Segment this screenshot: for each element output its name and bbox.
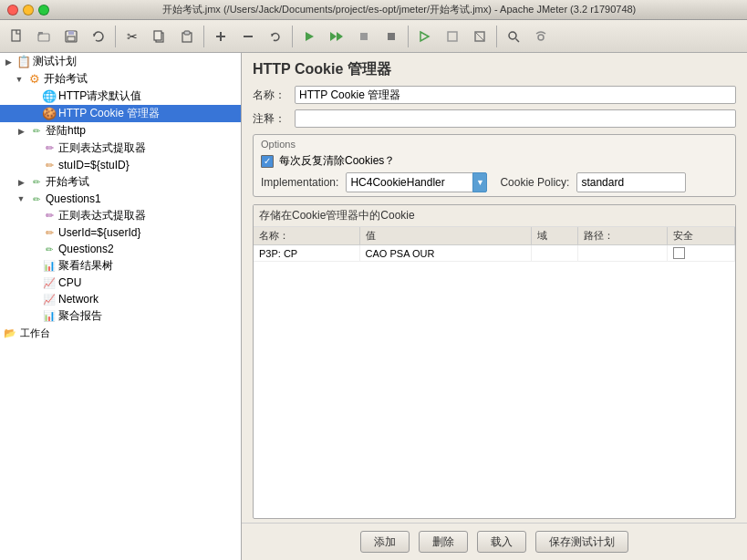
questions1-icon: ✏ (29, 192, 44, 206)
sidebar-item-defaults[interactable]: 🌐 HTTP请求默认值 (0, 88, 241, 105)
maximize-button[interactable] (38, 5, 49, 16)
exam-icon: ✏ (29, 175, 44, 190)
add-node-button[interactable] (208, 24, 233, 49)
svg-rect-18 (360, 33, 368, 40)
threadgroup-label: 开始考试 (44, 71, 88, 87)
clear-cookies-label: 每次反复清除Cookies？ (279, 153, 395, 169)
cpu-label: CPU (58, 276, 81, 289)
cpu-icon: 📈 (42, 275, 57, 290)
options-group: Options ✓ 每次反复清除Cookies？ Implementation:… (253, 134, 736, 197)
sidebar-item-cpu[interactable]: 📈 CPU (0, 275, 241, 291)
cookie-policy-input[interactable] (576, 172, 686, 192)
cell-secure (667, 245, 734, 262)
open-button[interactable] (31, 24, 57, 49)
close-button[interactable] (7, 5, 18, 16)
tree-arrow-network (27, 293, 40, 306)
login-icon: ✏ (29, 124, 44, 139)
sidebar-item-questions2[interactable]: ✏ Questions2 (0, 241, 241, 257)
col-header-value: 值 (359, 227, 532, 245)
sidebar-item-stuvar[interactable]: ✏ stuID=${stuID} (0, 157, 241, 173)
run-button[interactable] (296, 24, 322, 49)
svg-line-23 (475, 32, 484, 41)
revert-button[interactable] (86, 24, 111, 49)
impl-select-wrapper: HC4CookieHandler ▼ (346, 172, 487, 192)
extractor2-label: 正则表达式提取器 (58, 208, 146, 223)
remote-start-button[interactable] (412, 24, 438, 49)
cell-path (578, 245, 668, 262)
load-button[interactable]: 载入 (477, 531, 526, 553)
tree-arrow-resulttree (27, 260, 40, 273)
new-button[interactable] (4, 24, 29, 49)
undo-button[interactable] (263, 24, 288, 49)
workbench-label: 工作台 (20, 327, 50, 340)
remote-stop-button[interactable] (440, 24, 465, 49)
copy-button[interactable] (147, 24, 172, 49)
title-bar: 开始考试.jmx (/Users/Jack/Documents/project/… (0, 0, 747, 20)
sidebar-item-questions1[interactable]: ▼ ✏ Questions1 (0, 191, 241, 207)
clear-cookies-checkbox[interactable]: ✓ (261, 155, 274, 168)
comment-row: 注释： (242, 107, 747, 130)
tree-arrow-agg (27, 310, 40, 323)
defaults-label: HTTP请求默认值 (58, 88, 141, 104)
svg-marker-16 (330, 32, 337, 41)
tree-arrow-q2 (27, 243, 40, 255)
toolbar: ✂ (0, 20, 747, 53)
sidebar-item-aggreport[interactable]: 📊 聚合报告 (0, 307, 241, 325)
sidebar-item-login[interactable]: ▶ ✏ 登陆http (0, 122, 241, 140)
svg-rect-5 (67, 36, 75, 41)
name-label: 名称： (253, 88, 289, 103)
stuvar-label: stuID=${stuID} (58, 159, 130, 171)
userid-icon: ✏ (42, 225, 57, 240)
sidebar: ▶ 📋 测试计划 ▼ ⚙ 开始考试 🌐 HTTP请求默认值 🍪 HTTP Coo… (0, 53, 242, 560)
shutdown-button[interactable] (379, 24, 404, 49)
run-no-pause-button[interactable] (324, 24, 349, 49)
comment-input[interactable] (295, 109, 736, 128)
window-controls[interactable] (7, 5, 49, 16)
sidebar-item-cookiemgr[interactable]: 🍪 HTTP Cookie 管理器 (0, 105, 241, 122)
paste-button[interactable] (174, 24, 200, 49)
sidebar-item-network[interactable]: 📈 Network (0, 291, 241, 307)
sidebar-item-testplan[interactable]: ▶ 📋 测试计划 (0, 53, 241, 70)
save-toolbar-button[interactable] (58, 24, 84, 49)
col-header-domain: 域 (532, 227, 578, 245)
toolbar-separator-3 (292, 26, 293, 47)
userid-label: UserId=${userId} (58, 226, 140, 239)
minimize-button[interactable] (23, 5, 34, 16)
save-testplan-button[interactable]: 保存测试计划 (535, 531, 628, 553)
sidebar-item-extractor2[interactable]: ✏ 正则表达式提取器 (0, 207, 241, 224)
delete-button[interactable]: 删除 (419, 531, 468, 553)
cell-domain (532, 245, 578, 262)
testplan-icon: 📋 (16, 55, 31, 69)
questions2-icon: ✏ (42, 242, 57, 256)
content-panel: HTTP Cookie 管理器 名称： 注释： Options ✓ 每次反复清除… (242, 53, 747, 560)
extractor1-label: 正则表达式提取器 (58, 140, 146, 156)
search-button[interactable] (501, 24, 526, 49)
sidebar-item-exam[interactable]: ▶ ✏ 开始考试 (0, 173, 241, 191)
sidebar-item-userid[interactable]: ✏ UserId=${userId} (0, 224, 241, 241)
svg-rect-4 (68, 31, 74, 35)
name-input[interactable] (295, 86, 736, 104)
stop-button[interactable] (351, 24, 377, 49)
table-row[interactable]: P3P: CP CAO PSA OUR (254, 245, 735, 262)
sidebar-item-threadgroup[interactable]: ▼ ⚙ 开始考试 (0, 70, 241, 88)
function-helper-button[interactable] (528, 24, 554, 49)
exam-label: 开始考试 (46, 174, 89, 190)
impl-dropdown-arrow[interactable]: ▼ (472, 172, 487, 192)
add-button[interactable]: 添加 (360, 531, 410, 553)
sidebar-item-resulttree[interactable]: 📊 聚看结果树 (0, 257, 241, 275)
comment-label: 注释： (253, 111, 289, 127)
extractor2-icon: ✏ (42, 209, 57, 223)
svg-point-26 (538, 35, 544, 40)
remove-node-button[interactable] (235, 24, 261, 49)
cookie-table[interactable]: 名称： 值 域 路径： 安全 P3P: CP CAO PSA OUR (254, 227, 735, 518)
resulttree-icon: 📊 (42, 259, 57, 274)
bottom-buttons: 添加 删除 载入 保存测试计划 (242, 523, 747, 560)
impl-select[interactable]: HC4CookieHandler (346, 172, 473, 192)
extractor1-icon: ✏ (42, 141, 57, 156)
tree-arrow-q1: ▼ (15, 192, 27, 205)
sidebar-item-extractor1[interactable]: ✏ 正则表达式提取器 (0, 140, 241, 157)
cut-button[interactable]: ✂ (119, 24, 145, 49)
sidebar-item-workbench[interactable]: 📂 工作台 (0, 325, 241, 342)
remote-shutdown-button[interactable] (467, 24, 493, 49)
cookie-section-title: 存储在Cookie管理器中的Cookie (254, 205, 735, 227)
